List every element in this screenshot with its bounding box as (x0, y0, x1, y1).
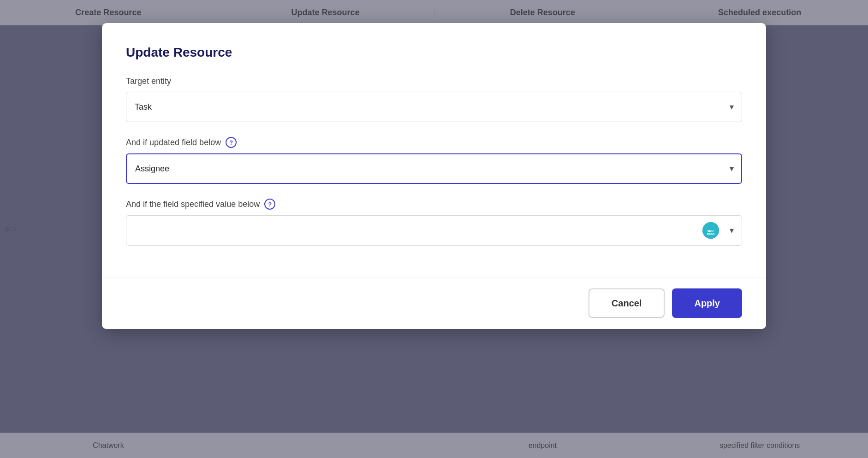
specified-value-select[interactable] (126, 215, 742, 246)
svg-text:tead: tead (707, 232, 715, 236)
updated-field-help-icon[interactable]: ? (226, 137, 237, 148)
specified-value-label: And if the field specified value below ? (126, 199, 742, 210)
target-entity-label: Target entity (126, 76, 742, 86)
apply-button[interactable]: Apply (672, 288, 742, 318)
cancel-button[interactable]: Cancel (589, 288, 665, 318)
update-resource-modal: Update Resource Target entity Task Proje… (102, 23, 766, 329)
updated-field-select-wrapper: Assignee Status Due Date Title ▾ (126, 153, 742, 184)
updated-field-group: And if updated field below ? Assignee St… (126, 137, 742, 184)
target-entity-group: Target entity Task Project User ▾ (126, 76, 742, 122)
updated-field-label: And if updated field below ? (126, 137, 742, 148)
specified-value-group: And if the field specified value below ?… (126, 199, 742, 246)
modal-title: Update Resource (126, 45, 742, 60)
updated-field-select[interactable]: Assignee Status Due Date Title (126, 153, 742, 184)
specified-value-help-icon[interactable]: ? (264, 199, 275, 210)
modal-footer: Cancel Apply (102, 277, 766, 329)
avatar-badge: side tead (702, 222, 719, 239)
target-entity-select-wrapper: Task Project User ▾ (126, 92, 742, 122)
target-entity-select[interactable]: Task Project User (126, 92, 742, 122)
modal-body: Update Resource Target entity Task Proje… (102, 23, 766, 277)
specified-value-select-wrapper: side tead ▾ (126, 215, 742, 246)
